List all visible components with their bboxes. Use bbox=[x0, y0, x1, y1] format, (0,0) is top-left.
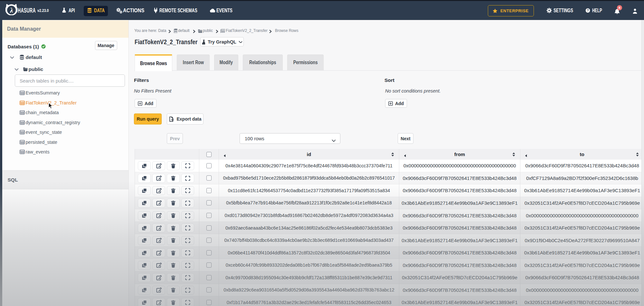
svg-text:?: ? bbox=[587, 9, 589, 12]
svg-text:λ: λ bbox=[10, 6, 13, 14]
